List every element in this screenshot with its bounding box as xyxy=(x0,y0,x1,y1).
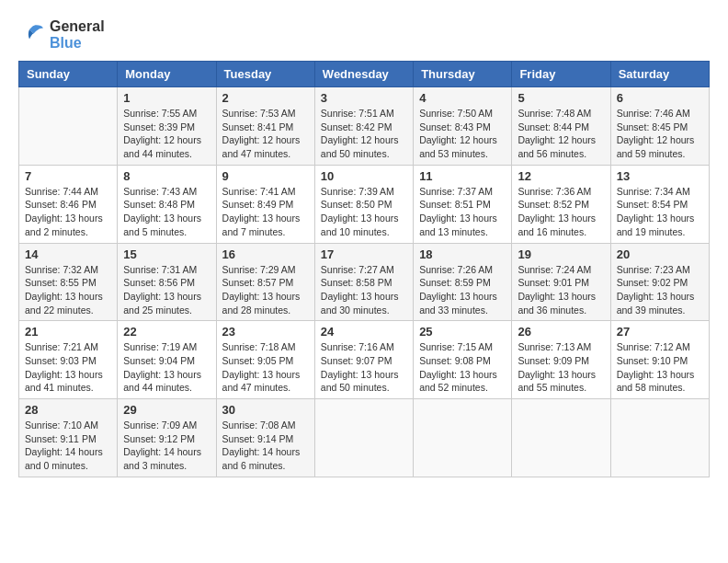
day-number: 27 xyxy=(617,325,703,339)
calendar-week-row: 14Sunrise: 7:32 AM Sunset: 8:55 PM Dayli… xyxy=(19,243,710,321)
day-info: Sunrise: 7:21 AM Sunset: 9:03 PM Dayligh… xyxy=(25,340,111,395)
day-info: Sunrise: 7:18 AM Sunset: 9:05 PM Dayligh… xyxy=(222,340,309,395)
day-number: 4 xyxy=(419,91,506,105)
day-number: 28 xyxy=(25,403,111,417)
calendar-cell xyxy=(314,399,413,477)
calendar-cell: 19Sunrise: 7:24 AM Sunset: 9:01 PM Dayli… xyxy=(512,243,610,321)
weekday-header-row: SundayMondayTuesdayWednesdayThursdayFrid… xyxy=(19,62,710,87)
day-number: 9 xyxy=(222,169,309,183)
logo: General Blue xyxy=(18,18,105,52)
day-info: Sunrise: 7:36 AM Sunset: 8:52 PM Dayligh… xyxy=(518,185,604,239)
day-info: Sunrise: 7:12 AM Sunset: 9:10 PM Dayligh… xyxy=(617,340,703,395)
calendar-cell: 29Sunrise: 7:09 AM Sunset: 9:12 PM Dayli… xyxy=(118,399,216,477)
calendar-cell: 24Sunrise: 7:16 AM Sunset: 9:07 PM Dayli… xyxy=(314,321,413,399)
day-info: Sunrise: 7:46 AM Sunset: 8:45 PM Dayligh… xyxy=(617,107,703,161)
day-number: 7 xyxy=(25,169,111,183)
day-number: 29 xyxy=(123,403,210,417)
day-info: Sunrise: 7:29 AM Sunset: 8:57 PM Dayligh… xyxy=(222,263,309,317)
day-info: Sunrise: 7:43 AM Sunset: 8:48 PM Dayligh… xyxy=(123,185,210,239)
calendar-cell: 2Sunrise: 7:53 AM Sunset: 8:41 PM Daylig… xyxy=(216,87,314,166)
day-info: Sunrise: 7:10 AM Sunset: 9:11 PM Dayligh… xyxy=(25,419,111,473)
day-number: 19 xyxy=(518,247,604,261)
calendar-cell: 11Sunrise: 7:37 AM Sunset: 8:51 PM Dayli… xyxy=(414,165,512,243)
calendar-cell: 17Sunrise: 7:27 AM Sunset: 8:58 PM Dayli… xyxy=(314,243,413,321)
day-number: 6 xyxy=(617,91,703,105)
day-info: Sunrise: 7:26 AM Sunset: 8:59 PM Dayligh… xyxy=(419,263,506,317)
calendar-cell: 13Sunrise: 7:34 AM Sunset: 8:54 PM Dayli… xyxy=(610,165,709,243)
calendar-cell xyxy=(512,399,610,477)
calendar-week-row: 7Sunrise: 7:44 AM Sunset: 8:46 PM Daylig… xyxy=(19,165,710,243)
day-number: 5 xyxy=(518,91,604,105)
calendar-cell: 6Sunrise: 7:46 AM Sunset: 8:45 PM Daylig… xyxy=(610,87,709,166)
calendar-cell: 4Sunrise: 7:50 AM Sunset: 8:43 PM Daylig… xyxy=(414,87,512,166)
day-number: 1 xyxy=(123,91,210,105)
day-number: 16 xyxy=(222,247,309,261)
calendar-cell: 30Sunrise: 7:08 AM Sunset: 9:14 PM Dayli… xyxy=(216,399,314,477)
calendar-cell: 23Sunrise: 7:18 AM Sunset: 9:05 PM Dayli… xyxy=(216,321,314,399)
day-info: Sunrise: 7:55 AM Sunset: 8:39 PM Dayligh… xyxy=(123,107,210,161)
calendar-cell: 7Sunrise: 7:44 AM Sunset: 8:46 PM Daylig… xyxy=(19,165,118,243)
day-number: 17 xyxy=(321,247,407,261)
weekday-header: Monday xyxy=(118,62,216,87)
calendar-cell xyxy=(610,399,709,477)
day-number: 23 xyxy=(222,325,309,339)
day-info: Sunrise: 7:50 AM Sunset: 8:43 PM Dayligh… xyxy=(419,107,506,161)
day-info: Sunrise: 7:41 AM Sunset: 8:49 PM Dayligh… xyxy=(222,185,309,239)
day-info: Sunrise: 7:23 AM Sunset: 9:02 PM Dayligh… xyxy=(617,263,703,317)
day-info: Sunrise: 7:31 AM Sunset: 8:56 PM Dayligh… xyxy=(123,263,210,317)
calendar-cell: 12Sunrise: 7:36 AM Sunset: 8:52 PM Dayli… xyxy=(512,165,610,243)
day-info: Sunrise: 7:08 AM Sunset: 9:14 PM Dayligh… xyxy=(222,419,309,473)
logo-icon xyxy=(18,21,46,49)
day-info: Sunrise: 7:32 AM Sunset: 8:55 PM Dayligh… xyxy=(25,263,111,317)
calendar-cell: 9Sunrise: 7:41 AM Sunset: 8:49 PM Daylig… xyxy=(216,165,314,243)
day-number: 8 xyxy=(123,169,210,183)
calendar-cell: 18Sunrise: 7:26 AM Sunset: 8:59 PM Dayli… xyxy=(414,243,512,321)
day-number: 18 xyxy=(419,247,506,261)
weekday-header: Thursday xyxy=(414,62,512,87)
day-number: 30 xyxy=(222,403,309,417)
day-info: Sunrise: 7:16 AM Sunset: 9:07 PM Dayligh… xyxy=(321,340,407,395)
calendar-cell xyxy=(414,399,512,477)
calendar-cell: 21Sunrise: 7:21 AM Sunset: 9:03 PM Dayli… xyxy=(19,321,118,399)
calendar-cell: 16Sunrise: 7:29 AM Sunset: 8:57 PM Dayli… xyxy=(216,243,314,321)
page-header: General Blue xyxy=(18,18,710,52)
calendar-table: SundayMondayTuesdayWednesdayThursdayFrid… xyxy=(18,61,710,477)
calendar-cell: 27Sunrise: 7:12 AM Sunset: 9:10 PM Dayli… xyxy=(610,321,709,399)
calendar-cell: 14Sunrise: 7:32 AM Sunset: 8:55 PM Dayli… xyxy=(19,243,118,321)
day-number: 25 xyxy=(419,325,506,339)
day-info: Sunrise: 7:13 AM Sunset: 9:09 PM Dayligh… xyxy=(518,340,604,395)
calendar-cell: 26Sunrise: 7:13 AM Sunset: 9:09 PM Dayli… xyxy=(512,321,610,399)
weekday-header: Friday xyxy=(512,62,610,87)
weekday-header: Sunday xyxy=(19,62,118,87)
calendar-week-row: 28Sunrise: 7:10 AM Sunset: 9:11 PM Dayli… xyxy=(19,399,710,477)
weekday-header: Saturday xyxy=(610,62,709,87)
day-number: 10 xyxy=(321,169,407,183)
day-number: 22 xyxy=(123,325,210,339)
day-info: Sunrise: 7:37 AM Sunset: 8:51 PM Dayligh… xyxy=(419,185,506,239)
day-number: 3 xyxy=(321,91,407,105)
day-info: Sunrise: 7:15 AM Sunset: 9:08 PM Dayligh… xyxy=(419,340,506,395)
day-number: 14 xyxy=(25,247,111,261)
day-info: Sunrise: 7:34 AM Sunset: 8:54 PM Dayligh… xyxy=(617,185,703,239)
calendar-cell: 25Sunrise: 7:15 AM Sunset: 9:08 PM Dayli… xyxy=(414,321,512,399)
day-info: Sunrise: 7:53 AM Sunset: 8:41 PM Dayligh… xyxy=(222,107,309,161)
day-number: 11 xyxy=(419,169,506,183)
calendar-week-row: 1Sunrise: 7:55 AM Sunset: 8:39 PM Daylig… xyxy=(19,87,710,166)
calendar-cell: 15Sunrise: 7:31 AM Sunset: 8:56 PM Dayli… xyxy=(118,243,216,321)
day-info: Sunrise: 7:51 AM Sunset: 8:42 PM Dayligh… xyxy=(321,107,407,161)
day-number: 13 xyxy=(617,169,703,183)
calendar-week-row: 21Sunrise: 7:21 AM Sunset: 9:03 PM Dayli… xyxy=(19,321,710,399)
calendar-cell xyxy=(19,87,118,166)
calendar-cell: 10Sunrise: 7:39 AM Sunset: 8:50 PM Dayli… xyxy=(314,165,413,243)
day-info: Sunrise: 7:27 AM Sunset: 8:58 PM Dayligh… xyxy=(321,263,407,317)
day-info: Sunrise: 7:19 AM Sunset: 9:04 PM Dayligh… xyxy=(123,340,210,395)
calendar-cell: 3Sunrise: 7:51 AM Sunset: 8:42 PM Daylig… xyxy=(314,87,413,166)
calendar-cell: 8Sunrise: 7:43 AM Sunset: 8:48 PM Daylig… xyxy=(118,165,216,243)
calendar-cell: 1Sunrise: 7:55 AM Sunset: 8:39 PM Daylig… xyxy=(118,87,216,166)
calendar-cell: 22Sunrise: 7:19 AM Sunset: 9:04 PM Dayli… xyxy=(118,321,216,399)
logo-text: General Blue xyxy=(50,18,105,52)
weekday-header: Tuesday xyxy=(216,62,314,87)
calendar-cell: 28Sunrise: 7:10 AM Sunset: 9:11 PM Dayli… xyxy=(19,399,118,477)
day-info: Sunrise: 7:09 AM Sunset: 9:12 PM Dayligh… xyxy=(123,419,210,473)
day-info: Sunrise: 7:44 AM Sunset: 8:46 PM Dayligh… xyxy=(25,185,111,239)
